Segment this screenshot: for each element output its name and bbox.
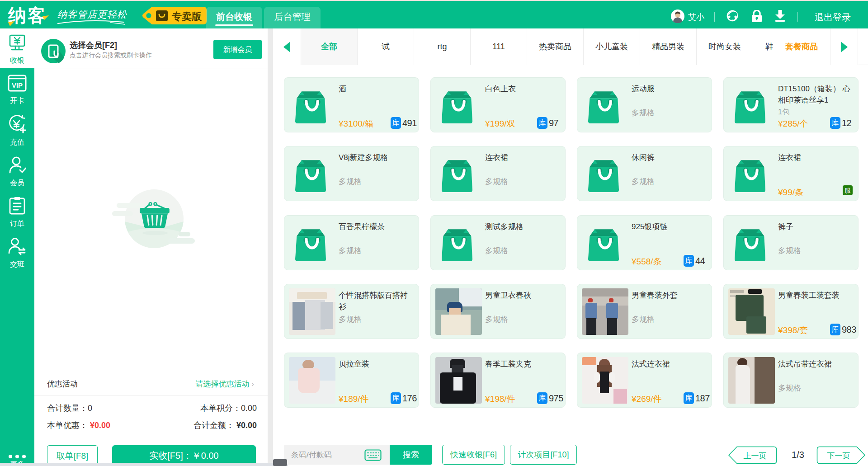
svg-text:上一页: 上一页 (744, 452, 767, 460)
svg-text:专卖版: 专卖版 (171, 11, 202, 22)
svg-text:下一页: 下一页 (827, 452, 850, 460)
svg-text:VIP: VIP (12, 81, 23, 89)
